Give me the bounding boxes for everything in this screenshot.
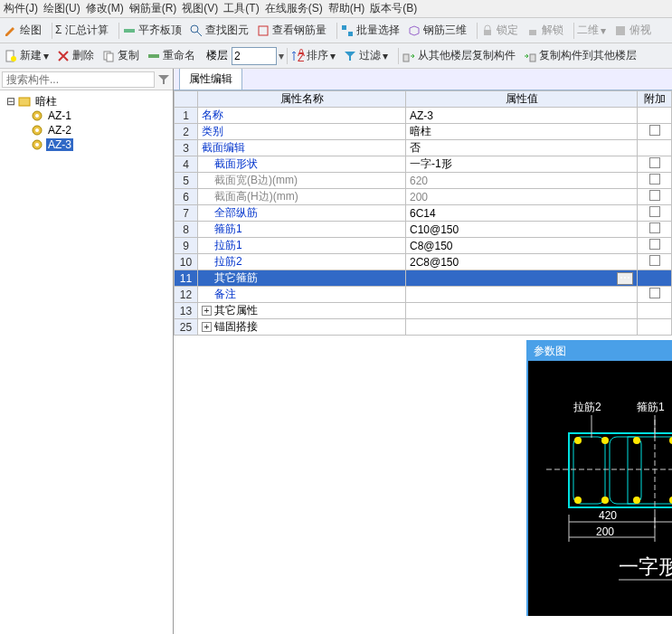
find-button[interactable]: 查找图元: [189, 23, 249, 38]
property-row[interactable]: 4截面形状一字-1形: [175, 156, 672, 173]
prop-name-cell[interactable]: 截面宽(B边)(mm): [198, 173, 406, 189]
property-row[interactable]: 7全部纵筋6C14: [175, 205, 672, 222]
prop-name-cell[interactable]: +其它属性: [198, 303, 406, 319]
add-cell[interactable]: [638, 254, 672, 270]
tree-item[interactable]: AZ-1: [4, 109, 169, 123]
prop-name-cell[interactable]: +锚固搭接: [198, 319, 406, 336]
prop-name-cell[interactable]: 截面高(H边)(mm): [198, 189, 406, 205]
property-row[interactable]: 9拉筋1C8@150: [175, 238, 672, 254]
checkbox[interactable]: [649, 222, 660, 233]
property-row[interactable]: 12备注: [175, 287, 672, 303]
rename-button[interactable]: 重命名: [147, 48, 195, 63]
prop-value-cell[interactable]: 6C14: [406, 205, 638, 222]
prop-name-cell[interactable]: 截面形状: [198, 156, 406, 173]
prop-name-cell[interactable]: 备注: [198, 287, 406, 303]
add-cell[interactable]: [638, 319, 672, 336]
sort-button[interactable]: AZ排序▾: [290, 48, 336, 63]
add-cell[interactable]: [638, 222, 672, 238]
menu-item[interactable]: 工具(T): [223, 1, 259, 16]
add-cell[interactable]: [638, 173, 672, 189]
search-input[interactable]: [2, 71, 155, 88]
sum-button[interactable]: Σ 汇总计算: [55, 23, 109, 38]
menu-item[interactable]: 在线服务(S): [265, 1, 323, 16]
parameter-diagram-window[interactable]: 参数图: [526, 340, 672, 616]
add-cell[interactable]: [638, 124, 672, 140]
prop-value-cell[interactable]: 暗柱: [406, 124, 638, 140]
prop-name-cell[interactable]: 截面编辑: [198, 140, 406, 156]
add-cell[interactable]: [638, 205, 672, 222]
property-row[interactable]: 2类别暗柱: [175, 124, 672, 140]
prop-value-cell[interactable]: 200: [406, 189, 638, 205]
prop-name-cell[interactable]: 全部纵筋: [198, 205, 406, 222]
prop-value-cell[interactable]: [406, 303, 638, 319]
ellipsis-button[interactable]: ⋯: [617, 272, 633, 285]
property-row[interactable]: 8箍筋1C10@150: [175, 222, 672, 238]
menu-item[interactable]: 构件(J): [4, 1, 38, 16]
col-value[interactable]: 属性值: [406, 91, 638, 108]
prop-value-cell[interactable]: C8@150: [406, 238, 638, 254]
add-cell[interactable]: [638, 140, 672, 156]
menu-item[interactable]: 绘图(U): [43, 1, 80, 16]
prop-value-cell[interactable]: AZ-3: [406, 108, 638, 124]
add-cell[interactable]: [638, 108, 672, 124]
col-add[interactable]: 附加: [638, 91, 672, 108]
prop-value-cell[interactable]: [406, 319, 638, 336]
prop-value-cell[interactable]: ⋯: [406, 270, 638, 287]
checkbox[interactable]: [649, 125, 660, 136]
expand-icon[interactable]: +: [202, 306, 212, 316]
checkbox[interactable]: [649, 255, 660, 266]
checkbox[interactable]: [649, 157, 660, 168]
dim2-button[interactable]: 二维▾: [577, 23, 606, 38]
property-row[interactable]: 25+锚固搭接: [175, 319, 672, 336]
prop-value-cell[interactable]: 否: [406, 140, 638, 156]
add-cell[interactable]: [638, 238, 672, 254]
property-row[interactable]: 10拉筋22C8@150: [175, 254, 672, 270]
filter-button[interactable]: 过滤▾: [343, 48, 388, 63]
component-tree[interactable]: ⊟ 暗柱 AZ-1 AZ-2 AZ-3: [0, 90, 173, 634]
property-row[interactable]: 6截面高(H边)(mm)200: [175, 189, 672, 205]
add-cell[interactable]: [638, 303, 672, 319]
prop-value-cell[interactable]: 2C8@150: [406, 254, 638, 270]
prop-value-cell[interactable]: C10@150: [406, 222, 638, 238]
copy-from-floor-button[interactable]: 从其他楼层复制构件: [402, 48, 516, 63]
property-row[interactable]: 5截面宽(B边)(mm)620: [175, 173, 672, 189]
flat-top-button[interactable]: 平齐板顶: [122, 23, 182, 38]
col-name[interactable]: 属性名称: [198, 91, 406, 108]
menu-item[interactable]: 钢筋量(R): [129, 1, 177, 16]
filter-icon[interactable]: [156, 72, 171, 87]
checkbox[interactable]: [649, 239, 660, 250]
batch-select-button[interactable]: 批量选择: [340, 23, 400, 38]
floor-input[interactable]: [232, 47, 277, 65]
prop-value-cell[interactable]: [406, 287, 638, 303]
prop-name-cell[interactable]: 箍筋1: [198, 222, 406, 238]
collapse-icon[interactable]: ⊟: [4, 95, 18, 108]
delete-button[interactable]: 删除: [56, 48, 94, 63]
lock-button[interactable]: 锁定: [480, 23, 518, 38]
checkbox[interactable]: [649, 206, 660, 217]
prop-name-cell[interactable]: 拉筋2: [198, 254, 406, 270]
floor-dropdown-icon[interactable]: ▾: [279, 50, 284, 62]
topview-button[interactable]: 俯视: [613, 23, 651, 38]
add-cell[interactable]: [638, 156, 672, 173]
tab-property-edit[interactable]: 属性编辑: [179, 69, 242, 90]
property-row[interactable]: 3截面编辑否: [175, 140, 672, 156]
menu-item[interactable]: 视图(V): [182, 1, 218, 16]
add-cell[interactable]: [638, 189, 672, 205]
prop-name-cell[interactable]: 类别: [198, 124, 406, 140]
property-row[interactable]: 13+其它属性: [175, 303, 672, 319]
add-cell[interactable]: [638, 287, 672, 303]
rebar-3d-button[interactable]: 钢筋三维: [407, 23, 467, 38]
prop-name-cell[interactable]: 名称: [198, 108, 406, 124]
property-row[interactable]: 1名称AZ-3: [175, 108, 672, 124]
menu-item[interactable]: 修改(M): [86, 1, 124, 16]
prop-name-cell[interactable]: 其它箍筋: [198, 270, 406, 287]
copy-to-floor-button[interactable]: 复制构件到其他楼层: [523, 48, 637, 63]
menu-item[interactable]: 版本号(B): [370, 1, 417, 16]
prop-name-cell[interactable]: 拉筋1: [198, 238, 406, 254]
checkbox[interactable]: [649, 288, 660, 298]
checkbox[interactable]: [649, 174, 660, 185]
copy-button[interactable]: 复制: [101, 48, 139, 63]
tree-item[interactable]: AZ-2: [4, 123, 169, 137]
checkbox[interactable]: [649, 190, 660, 201]
property-row[interactable]: 11其它箍筋⋯: [175, 270, 672, 287]
